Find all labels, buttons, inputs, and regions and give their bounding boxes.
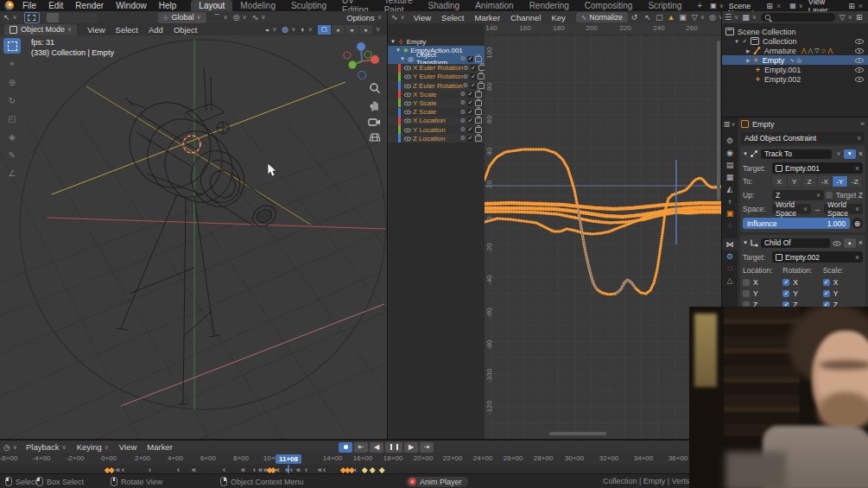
expander-icon[interactable]: ▼ (743, 151, 748, 156)
eye-icon[interactable] (404, 100, 411, 106)
channel-row-z-location[interactable]: Z Location⚙ (388, 134, 485, 143)
outliner-filter-mode-dropdown[interactable]: ▦∨ (742, 13, 757, 22)
eye-icon[interactable] (404, 82, 411, 88)
channel-row-y-euler-rotation[interactable]: Y Euler Rotation⚙ (388, 73, 485, 81)
close-icon[interactable]: × (858, 2, 863, 10)
channel-enable-checkbox[interactable] (467, 136, 473, 142)
graph-menu-marker[interactable]: Marker (470, 13, 506, 22)
workspace-tab-layout[interactable]: Layout (191, 0, 232, 12)
axis-checkbox-x[interactable] (743, 279, 750, 286)
constraint-extras-icon[interactable]: ∨ (837, 150, 841, 157)
clear-target-icon[interactable]: × (855, 253, 859, 262)
properties-tab-physics[interactable]: ◌ (722, 219, 738, 231)
lock-icon[interactable] (475, 56, 482, 62)
channel-row-z-euler-rotation[interactable]: Z Euler Rotation⚙ (388, 81, 485, 90)
previous-keyframe-button[interactable]: ◀ (370, 442, 383, 453)
move-tool-button[interactable]: ⊕ (3, 74, 21, 90)
track-axis-z[interactable]: Z (802, 176, 818, 187)
lock-icon[interactable] (475, 136, 482, 142)
properties-tab-render[interactable]: ◉ (722, 147, 738, 159)
visibility-eye-icon[interactable] (855, 56, 864, 64)
track-axis-y[interactable]: Y (788, 176, 803, 187)
area-border[interactable] (721, 11, 722, 439)
graph-menu-key[interactable]: Key (546, 13, 570, 22)
constraint-mute-eye-icon[interactable] (833, 239, 840, 246)
linked-data-icon[interactable]: ⋀ (827, 48, 833, 54)
shading-rendered-button[interactable]: ● (359, 25, 372, 35)
workspace-tab-modeling[interactable]: Modeling (232, 0, 283, 12)
xray-toggle[interactable]: ◐∨ (301, 25, 313, 34)
timeline-menu-playback[interactable]: Playback∨ (21, 442, 72, 452)
workspace-tab-rendering[interactable]: Rendering (522, 0, 577, 12)
space-from-dropdown[interactable]: World Space∨ (772, 204, 811, 214)
graph-curve-area[interactable]: 140160180200220240260 100806040200-20-40… (485, 23, 721, 439)
cursor-tool-button[interactable]: ⌖ (3, 56, 21, 72)
mode-dropdown[interactable]: Object Mode∨ (4, 24, 77, 35)
timeline-editor-type-dropdown[interactable]: ◷∨ (3, 443, 17, 452)
channel-enable-checkbox[interactable] (467, 56, 473, 62)
channel-enable-checkbox[interactable] (470, 83, 476, 89)
eye-icon[interactable] (404, 73, 411, 79)
area-border[interactable] (387, 11, 388, 439)
modifier-icon[interactable]: ⚙ (460, 126, 466, 133)
outliner-row-empty[interactable]: ▶+Empty∿◎ (722, 55, 868, 65)
axis-checkbox-x[interactable] (823, 279, 830, 286)
outliner-row-empty.002[interactable]: +Empty.002 (722, 74, 868, 84)
modifier-icon[interactable]: ⚙ (460, 109, 466, 116)
properties-tab-modifiers[interactable]: ⚙ (722, 250, 738, 263)
errors-filter-icon[interactable]: ▲ (667, 13, 675, 22)
track-axis--x[interactable]: -X (818, 176, 833, 187)
visibility-eye-icon[interactable] (855, 47, 864, 54)
linked-data-icon[interactable]: ∿ (789, 57, 795, 64)
modifier-icon[interactable]: ⚙ (460, 55, 466, 62)
lock-icon[interactable] (478, 83, 485, 89)
workspace-tab-shading[interactable]: Shading (420, 0, 467, 12)
linked-data-icon[interactable]: ⋀ (801, 48, 807, 54)
channel-enable-checkbox[interactable] (467, 92, 473, 98)
modifier-icon[interactable]: ⚙ (460, 91, 466, 98)
child-of-target-field[interactable]: Empty.002 × (772, 251, 863, 263)
topbar-menu-edit[interactable]: Edit (42, 1, 69, 10)
shading-solid-button[interactable]: ● (332, 25, 345, 35)
lock-icon[interactable] (475, 100, 482, 106)
stop-icon[interactable]: × (409, 478, 416, 485)
workspace-tab-animation[interactable]: Animation (467, 0, 521, 12)
expander-icon[interactable]: ▼ (396, 48, 401, 53)
viewport-3d[interactable]: ⌖⊕↻◰◈✎∠ fps: 31 (338) Collection | Empty (0, 35, 387, 439)
modifier-icon[interactable]: ⚙ (460, 99, 466, 106)
axis-checkbox-y[interactable] (823, 290, 830, 297)
copy-icon[interactable]: ⊞ (766, 2, 773, 10)
scale-tool-button[interactable]: ◰ (3, 111, 21, 126)
properties-tab-particles[interactable]: ∷ (722, 263, 738, 275)
viewport-menu-view[interactable]: View (82, 25, 110, 35)
next-keyframe-button[interactable]: ▶ (404, 442, 418, 453)
timeline-menu-marker[interactable]: Marker (142, 442, 178, 452)
pin-icon[interactable]: ⌖ (860, 119, 865, 129)
workspace-tab-+[interactable]: + (689, 0, 710, 12)
properties-tab-object-data[interactable]: △ (722, 275, 738, 287)
jump-to-end-button[interactable]: ⇥ (420, 442, 434, 453)
linked-data-icon[interactable]: ◎ (796, 57, 801, 64)
properties-tab-tool[interactable]: ⚙ (722, 135, 738, 147)
visibility-eye-icon[interactable] (855, 75, 864, 83)
channel-enable-checkbox[interactable] (467, 109, 473, 115)
modifier-icon[interactable]: ⚙ (463, 65, 468, 72)
falloff-dropdown[interactable]: ∿∨ (252, 13, 266, 22)
properties-editor-type-dropdown[interactable]: ▥∨ (724, 120, 736, 128)
outliner-row-collection[interactable]: ▼Collection (722, 36, 868, 46)
lock-icon[interactable] (475, 92, 482, 98)
track-axis--z[interactable]: -Z (848, 176, 864, 187)
lock-icon[interactable] (475, 117, 482, 124)
topbar-menu-file[interactable]: File (16, 1, 42, 10)
channel-row-y-scale[interactable]: Y Scale⚙ (388, 98, 485, 107)
properties-tab-constraints[interactable]: ⋈ (722, 238, 738, 250)
blender-logo-icon[interactable] (4, 1, 14, 10)
track-axis-x[interactable]: X (772, 176, 788, 187)
up-axis-dropdown[interactable]: Z∨ (772, 190, 824, 200)
space-to-dropdown[interactable]: World Space∨ (824, 204, 863, 214)
proportional-editing-toggle[interactable]: ◎∨ (233, 13, 247, 22)
channel-enable-checkbox[interactable] (467, 100, 473, 106)
eye-icon[interactable] (404, 65, 411, 71)
constraint-move-button[interactable]: ▲ (844, 238, 856, 248)
axis-checkbox-y[interactable] (782, 290, 789, 297)
